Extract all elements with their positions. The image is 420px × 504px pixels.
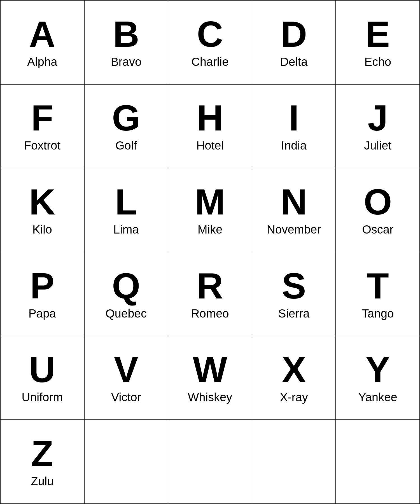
cell-d: DDelta (252, 1, 336, 85)
letter-j: J (368, 100, 388, 136)
cell-n: NNovember (252, 168, 336, 252)
letter-m: M (195, 184, 225, 220)
letter-o: O (364, 184, 392, 220)
word-a: Alpha (27, 55, 57, 69)
letter-d: D (281, 16, 307, 52)
word-w: Whiskey (188, 391, 232, 404)
letter-c: C (197, 16, 223, 52)
cell-f: FFoxtrot (1, 85, 85, 169)
empty-cell-3 (336, 420, 420, 504)
letter-x: X (282, 351, 306, 388)
letter-s: S (282, 268, 306, 304)
letter-h: H (197, 100, 223, 136)
letter-a: A (29, 16, 55, 52)
cell-k: KKilo (1, 168, 85, 252)
word-c: Charlie (191, 55, 228, 69)
cell-v: VVictor (85, 336, 169, 420)
word-i: India (281, 139, 307, 152)
word-y: Yankee (358, 391, 397, 404)
cell-b: BBravo (85, 1, 169, 85)
word-q: Quebec (106, 307, 147, 320)
letter-r: R (197, 268, 223, 304)
cell-o: OOscar (336, 168, 420, 252)
word-s: Sierra (278, 307, 310, 320)
cell-e: EEcho (336, 1, 420, 85)
letter-y: Y (366, 351, 390, 388)
cell-j: JJuliet (336, 85, 420, 169)
cell-q: QQuebec (85, 252, 169, 336)
letter-i: I (289, 100, 299, 136)
word-x: X-ray (280, 391, 308, 404)
cell-h: HHotel (168, 85, 252, 169)
word-p: Papa (29, 307, 56, 320)
word-v: Victor (111, 391, 141, 404)
cell-i: IIndia (252, 85, 336, 169)
word-n: November (267, 223, 321, 236)
word-d: Delta (280, 55, 308, 69)
cell-m: MMike (168, 168, 252, 252)
letter-u: U (29, 351, 55, 388)
letter-p: P (30, 268, 54, 304)
word-u: Uniform (22, 391, 63, 404)
empty-cell-2 (252, 420, 336, 504)
word-l: Lima (113, 223, 139, 236)
cell-a: AAlpha (1, 1, 85, 85)
cell-t: TTango (336, 252, 420, 336)
word-b: Bravo (111, 55, 142, 69)
letter-g: G (112, 100, 140, 136)
word-j: Juliet (364, 139, 391, 152)
letter-v: V (114, 351, 138, 388)
cell-u: UUniform (1, 336, 85, 420)
word-z: Zulu (31, 475, 54, 488)
word-e: Echo (364, 55, 391, 69)
alphabet-grid: AAlphaBBravoCCharlieDDeltaEEchoFFoxtrotG… (0, 0, 420, 504)
cell-c: CCharlie (168, 1, 252, 85)
letter-l: L (115, 184, 137, 220)
word-m: Mike (198, 223, 223, 236)
empty-cell-1 (168, 420, 252, 504)
letter-b: B (113, 16, 139, 52)
word-r: Romeo (191, 307, 229, 320)
word-t: Tango (362, 307, 394, 320)
word-g: Golf (115, 139, 137, 152)
letter-e: E (366, 16, 390, 52)
letter-q: Q (112, 268, 140, 304)
letter-w: W (193, 351, 227, 388)
cell-z: ZZulu (1, 420, 85, 504)
cell-y: YYankee (336, 336, 420, 420)
cell-p: PPapa (1, 252, 85, 336)
cell-g: GGolf (85, 85, 169, 169)
empty-cell-0 (85, 420, 169, 504)
cell-l: LLima (85, 168, 169, 252)
word-k: Kilo (32, 223, 52, 236)
word-f: Foxtrot (24, 139, 60, 152)
letter-n: N (281, 184, 307, 220)
letter-z: Z (31, 435, 53, 472)
cell-x: XX-ray (252, 336, 336, 420)
cell-s: SSierra (252, 252, 336, 336)
cell-r: RRomeo (168, 252, 252, 336)
letter-k: K (29, 184, 55, 220)
letter-f: F (31, 100, 53, 136)
word-h: Hotel (196, 139, 224, 152)
letter-t: T (367, 268, 389, 304)
cell-w: WWhiskey (168, 336, 252, 420)
word-o: Oscar (362, 223, 393, 236)
